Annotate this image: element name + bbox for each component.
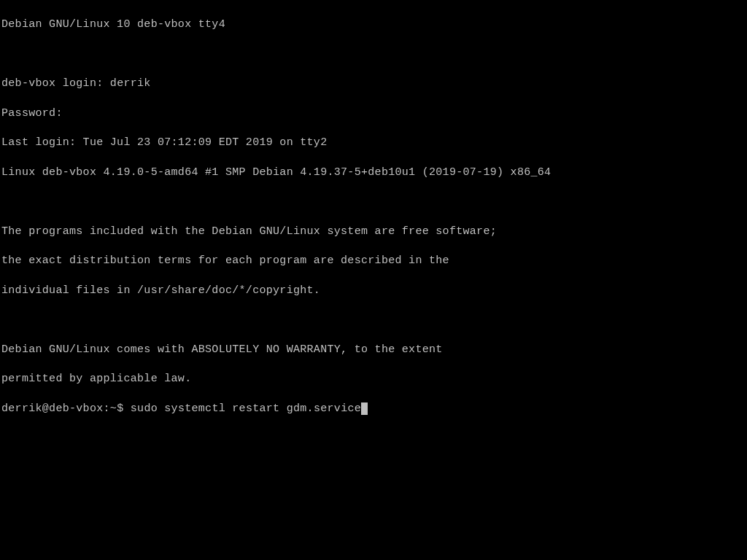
blank-line-3 xyxy=(1,313,746,327)
motd-line-2: the exact distribution terms for each pr… xyxy=(1,254,746,268)
login-line: deb-vbox login: derrik xyxy=(1,77,746,91)
motd-line-4: Debian GNU/Linux comes with ABSOLUTELY N… xyxy=(1,343,746,357)
prompt-space xyxy=(123,402,130,415)
login-prompt-text: deb-vbox login: xyxy=(1,77,110,90)
tty-banner: Debian GNU/Linux 10 deb-vbox tty4 xyxy=(1,18,746,32)
prompt-user-host: derrik@deb-vbox xyxy=(1,402,104,415)
prompt-colon: : xyxy=(104,402,110,415)
cursor-block-icon xyxy=(361,402,368,415)
kernel-line: Linux deb-vbox 4.19.0-5-amd64 #1 SMP Deb… xyxy=(1,166,746,180)
blank-line xyxy=(1,47,746,62)
login-username: derrik xyxy=(110,77,151,90)
shell-prompt-line[interactable]: derrik@deb-vbox:~$ sudo systemctl restar… xyxy=(1,402,746,416)
last-login-line: Last login: Tue Jul 23 07:12:09 EDT 2019… xyxy=(1,136,746,150)
motd-line-3: individual files in /usr/share/doc/*/cop… xyxy=(1,284,746,298)
motd-line-5: permitted by applicable law. xyxy=(1,372,746,386)
password-line: Password: xyxy=(1,106,746,121)
terminal-output[interactable]: Debian GNU/Linux 10 deb-vbox tty4 deb-vb… xyxy=(1,3,746,431)
prompt-path: ~ xyxy=(110,402,117,415)
command-text[interactable]: sudo systemctl restart gdm.service xyxy=(131,402,361,415)
motd-line-1: The programs included with the Debian GN… xyxy=(1,225,746,239)
blank-line-2 xyxy=(1,195,746,209)
